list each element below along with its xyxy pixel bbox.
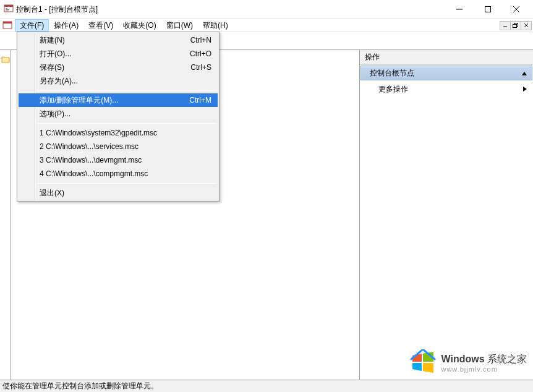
title-bar: 控制台1 - [控制台根节点] <box>0 0 533 19</box>
menu-separator <box>37 90 216 91</box>
svg-rect-6 <box>485 7 491 12</box>
menu-help-label: 帮助(H) <box>203 20 228 31</box>
file-menu-dropdown: 新建(N) Ctrl+N 打开(O)... Ctrl+O 保存(S) Ctrl+… <box>17 32 220 202</box>
menu-item-open-shortcut: Ctrl+O <box>190 49 211 58</box>
more-actions-item[interactable]: 更多操作 <box>360 81 533 97</box>
close-button[interactable] <box>502 0 531 19</box>
menu-item-recent-2[interactable]: 2 C:\Windows\...\services.msc <box>19 140 218 153</box>
watermark-url: www.bjjmlv.com <box>441 365 527 373</box>
menu-item-recent-3-label: 3 C:\Windows\...\devmgmt.msc <box>40 156 142 164</box>
menu-item-add-remove-snapin-label: 添加/删除管理单元(M)... <box>40 95 118 106</box>
tree-pane[interactable] <box>0 50 11 380</box>
svg-rect-1 <box>4 5 13 7</box>
actions-header: 操作 <box>360 50 533 65</box>
collapse-icon <box>522 69 527 77</box>
menu-item-recent-3[interactable]: 3 C:\Windows\...\devmgmt.msc <box>19 153 218 167</box>
watermark: Windows 系统之家 www.bjjmlv.com <box>410 349 527 377</box>
menu-item-add-remove-snapin[interactable]: 添加/删除管理单元(M)... Ctrl+M <box>19 93 218 107</box>
window-title: 控制台1 - [控制台根节点] <box>14 4 445 15</box>
svg-rect-3 <box>6 9 9 10</box>
menu-view-label: 查看(V) <box>88 20 113 31</box>
menu-window[interactable]: 窗口(W) <box>161 19 198 32</box>
menu-favorites[interactable]: 收藏夹(O) <box>118 19 161 32</box>
svg-marker-16 <box>522 72 527 75</box>
menu-item-save-label: 保存(S) <box>40 62 64 73</box>
window-controls <box>445 0 531 19</box>
menu-bar: 文件(F) 操作(A) 查看(V) 收藏夹(O) 窗口(W) 帮助(H) <box>0 19 533 32</box>
actions-subheader[interactable]: 控制台根节点 <box>360 66 532 80</box>
menu-file-label: 文件(F) <box>20 20 44 31</box>
submenu-arrow-icon <box>523 85 527 93</box>
minimize-button[interactable] <box>445 0 474 19</box>
actions-subheader-label: 控制台根节点 <box>370 68 414 79</box>
menu-separator <box>37 123 216 124</box>
folder-icon <box>1 56 10 63</box>
menu-file[interactable]: 文件(F) <box>15 19 49 32</box>
menu-action[interactable]: 操作(A) <box>49 19 83 32</box>
menu-item-new-label: 新建(N) <box>40 35 65 46</box>
mdi-minimize-button[interactable] <box>500 21 511 30</box>
windows-logo-icon <box>410 349 436 377</box>
svg-marker-17 <box>523 87 527 92</box>
watermark-text: Windows 系统之家 www.bjjmlv.com <box>441 353 527 373</box>
svg-rect-4 <box>6 11 9 11</box>
menu-item-recent-1-label: 1 C:\Windows\system32\gpedit.msc <box>40 129 157 137</box>
menu-item-add-remove-snapin-shortcut: Ctrl+M <box>189 96 211 104</box>
menu-item-saveas-label: 另存为(A)... <box>40 76 78 87</box>
mdi-close-button[interactable] <box>521 21 532 30</box>
menu-item-recent-4[interactable]: 4 C:\Windows\...\compmgmt.msc <box>19 167 218 181</box>
menu-view[interactable]: 查看(V) <box>83 19 118 32</box>
actions-pane: 操作 控制台根节点 更多操作 <box>360 50 533 380</box>
menu-item-exit[interactable]: 退出(X) <box>19 186 218 200</box>
menu-item-save-shortcut: Ctrl+S <box>190 63 211 72</box>
svg-rect-2 <box>6 8 7 9</box>
menu-item-exit-label: 退出(X) <box>40 188 64 198</box>
more-actions-label: 更多操作 <box>378 84 408 95</box>
menu-item-recent-4-label: 4 C:\Windows\...\compmgmt.msc <box>40 169 148 178</box>
mdi-controls <box>500 19 533 32</box>
menu-window-label: 窗口(W) <box>166 20 193 31</box>
menu-item-saveas[interactable]: 另存为(A)... <box>19 74 218 88</box>
watermark-suffix: 系统之家 <box>485 354 527 364</box>
menu-favorites-label: 收藏夹(O) <box>123 20 156 31</box>
menu-item-options[interactable]: 选项(P)... <box>19 107 218 121</box>
watermark-brand: Windows <box>441 354 484 364</box>
menu-help[interactable]: 帮助(H) <box>198 19 233 32</box>
svg-rect-10 <box>3 22 12 23</box>
menu-item-new-shortcut: Ctrl+N <box>190 36 211 45</box>
status-text: 使你能在管理单元控制台添加或删除管理单元。 <box>2 381 158 391</box>
menu-action-label: 操作(A) <box>54 20 79 31</box>
menu-separator <box>37 183 216 184</box>
app-icon <box>4 4 14 15</box>
status-bar: 使你能在管理单元控制台添加或删除管理单元。 <box>0 380 533 392</box>
svg-rect-13 <box>513 25 517 28</box>
svg-marker-21 <box>423 363 433 373</box>
menu-item-recent-1[interactable]: 1 C:\Windows\system32\gpedit.msc <box>19 126 218 140</box>
menu-item-save[interactable]: 保存(S) Ctrl+S <box>19 61 218 74</box>
mdi-restore-button[interactable] <box>510 21 521 30</box>
menu-item-new[interactable]: 新建(N) Ctrl+N <box>19 33 218 47</box>
svg-marker-20 <box>412 363 422 371</box>
maximize-button[interactable] <box>474 0 502 19</box>
menubar-app-icon <box>0 19 15 32</box>
menu-item-recent-2-label: 2 C:\Windows\...\services.msc <box>40 142 139 151</box>
menu-item-open[interactable]: 打开(O)... Ctrl+O <box>19 47 218 61</box>
menu-item-options-label: 选项(P)... <box>40 109 70 119</box>
menu-item-open-label: 打开(O)... <box>40 49 71 59</box>
